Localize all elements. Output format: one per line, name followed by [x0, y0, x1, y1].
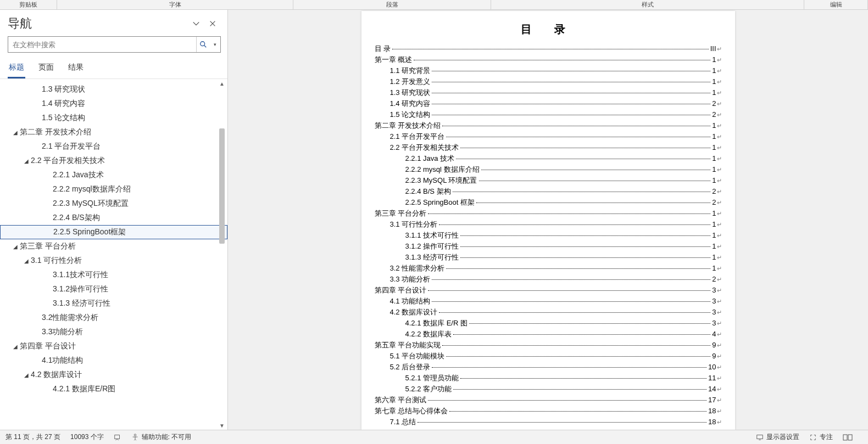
nav-tree-item[interactable]: 2.2.5 SpringBoot框架	[0, 225, 227, 239]
toc-entry-text: 2.1 平台开发平台	[390, 131, 445, 142]
toc-entry[interactable]: 5.2.1 管理员功能11↵	[375, 373, 722, 384]
toc-entry[interactable]: 2.2 平台开发相关技术1↵	[375, 142, 722, 153]
toc-entry-text: 1.2 开发意义	[390, 76, 431, 87]
toc-entry-text: 3.1.2 操作可行性	[405, 241, 459, 252]
nav-tree-item[interactable]: 3.2性能需求分析	[0, 311, 227, 325]
nav-tree-item[interactable]: 3.1.2操作可行性	[0, 282, 227, 296]
toc-entry[interactable]: 2.2.4 B/S 架构2↵	[375, 186, 722, 197]
toc-entry[interactable]: 4.1 功能结构3↵	[375, 296, 722, 307]
toc-entry[interactable]: 3.3 功能分析2↵	[375, 274, 722, 285]
nav-tab-0[interactable]: 标题	[8, 58, 25, 78]
nav-tree-item[interactable]: 1.4 研究内容	[0, 97, 227, 111]
document-area[interactable]: 目 录 目 录III↵第一章 概述1↵1.1 研究背景1↵1.2 开发意义1↵1…	[228, 10, 868, 430]
status-accessibility[interactable]: 辅助功能: 不可用	[131, 432, 192, 442]
paragraph-mark-icon: ↵	[717, 395, 722, 406]
toc-entry-page: 9	[712, 351, 716, 362]
toc-entry[interactable]: 1.3 研究现状1↵	[375, 87, 722, 98]
toc-entry[interactable]: 第二章 开发技术介绍1↵	[375, 120, 722, 131]
toc-entry[interactable]: 第六章 平台测试17↵	[375, 395, 722, 406]
nav-search-button[interactable]	[196, 37, 209, 52]
nav-tree-item[interactable]: 4.2.1 数据库E/R图	[0, 382, 227, 396]
search-icon	[199, 41, 207, 48]
toc-entry[interactable]: 2.2.5 SpringBoot 框架2↵	[375, 197, 722, 208]
status-spellcheck[interactable]	[114, 434, 121, 441]
toc-leader-dots	[460, 235, 710, 236]
toc-entry[interactable]: 目 录III↵	[375, 43, 722, 54]
status-view-buttons[interactable]	[843, 434, 853, 441]
toc-entry[interactable]: 第一章 概述1↵	[375, 54, 722, 65]
toc-entry-page: 2	[712, 186, 716, 197]
toc-entry[interactable]: 第五章 平台功能实现9↵	[375, 340, 722, 351]
nav-tree-item[interactable]: ◢第二章 开发技术介绍	[0, 125, 227, 139]
nav-search-dropdown[interactable]: ▾	[209, 37, 220, 52]
toc-entry[interactable]: 1.5 论文结构2↵	[375, 109, 722, 120]
toc-entry[interactable]: 第七章 总结与心得体会18↵	[375, 406, 722, 417]
status-page[interactable]: 第 11 页，共 27 页	[5, 432, 60, 442]
nav-tree-label: 4.2.1 数据库E/R图	[53, 384, 115, 394]
nav-tree-item[interactable]: ◢4.2 数据库设计	[0, 368, 227, 382]
status-word-count[interactable]: 10093 个字	[70, 432, 104, 442]
toc-entry[interactable]: 1.1 研究背景1↵	[375, 65, 722, 76]
toc-entry[interactable]: 4.2.1 数据库 E/R 图3↵	[375, 318, 722, 329]
toc-entry[interactable]: 4.2.2 数据库表4↵	[375, 329, 722, 340]
nav-tree-item[interactable]: 3.1.1技术可行性	[0, 268, 227, 282]
toc-entry-page: 1	[712, 263, 716, 274]
nav-tree-item[interactable]: 4.1功能结构	[0, 353, 227, 368]
scroll-thumb[interactable]	[219, 128, 225, 244]
nav-tree-item[interactable]: 1.3 研究现状	[0, 82, 227, 97]
toc-entry-text: 3.1.1 技术可行性	[405, 230, 459, 241]
nav-close-button[interactable]	[204, 15, 221, 32]
toc-entry[interactable]: 3.1.2 操作可行性1↵	[375, 241, 722, 252]
toc-entry[interactable]: 1.2 开发意义1↵	[375, 76, 722, 87]
toc-entry-page: 1	[712, 65, 716, 76]
toc-entry[interactable]: 3.1.1 技术可行性1↵	[375, 230, 722, 241]
toc-entry[interactable]: 7.1 总结18↵	[375, 417, 722, 428]
toc-entry[interactable]: 第四章 平台设计3↵	[375, 285, 722, 296]
nav-tree-item[interactable]: 2.1 平台开发平台	[0, 139, 227, 154]
nav-tab-2[interactable]: 结果	[67, 58, 85, 78]
toc-entry[interactable]: 4.2 数据库设计3↵	[375, 307, 722, 318]
nav-search-input[interactable]	[8, 37, 196, 52]
toc-leader-dots	[479, 181, 711, 181]
scroll-up-arrow[interactable]: ▲	[218, 79, 226, 88]
nav-tree-item[interactable]: ◢第四章 平台设计	[0, 339, 227, 353]
toc-entry[interactable]: 3.2 性能需求分析1↵	[375, 263, 722, 274]
paragraph-mark-icon: ↵	[717, 252, 722, 263]
nav-tree-item[interactable]: 2.2.3 MySQL环境配置	[0, 196, 227, 211]
toc-entry[interactable]: 5.2.2 客户功能14↵	[375, 384, 722, 395]
nav-tree-item[interactable]: 2.2.4 B/S架构	[0, 211, 227, 225]
nav-tree-item[interactable]: 2.2.1 Java技术	[0, 168, 227, 182]
nav-search-box[interactable]: ▾	[8, 36, 221, 53]
scroll-down-arrow[interactable]: ▼	[218, 421, 226, 430]
nav-tree-item[interactable]: 3.3功能分析	[0, 325, 227, 339]
toc-leader-dots	[432, 82, 710, 82]
toc-entry[interactable]: 第三章 平台分析1↵	[375, 208, 722, 219]
nav-tree-item[interactable]: ◢3.1 可行性分析	[0, 254, 227, 268]
nav-tree-item[interactable]: 2.2.2 mysql数据库介绍	[0, 182, 227, 196]
paragraph-mark-icon: ↵	[717, 142, 722, 153]
status-display-settings[interactable]: 显示器设置	[756, 432, 799, 442]
nav-tree-item[interactable]: 3.1.3 经济可行性	[0, 296, 227, 311]
toc-leader-dots	[432, 279, 710, 280]
toc-entry[interactable]: 2.2.3 MySQL 环境配置1↵	[375, 175, 722, 186]
toc-entry-page: 1	[712, 175, 716, 186]
status-focus-mode[interactable]: 专注	[809, 432, 833, 442]
nav-tab-1[interactable]: 页面	[37, 58, 55, 78]
toc-entry[interactable]: 3.1.3 经济可行性1↵	[375, 252, 722, 263]
toc-entry-text: 2.2.2 mysql 数据库介绍	[405, 164, 480, 175]
toc-entry[interactable]: 1.4 研究内容2↵	[375, 98, 722, 109]
toc-entry[interactable]: 5.1 平台功能模块9↵	[375, 351, 722, 362]
toc-entry[interactable]: 2.1 平台开发平台1↵	[375, 131, 722, 142]
toc-entry[interactable]: 2.2.1 Java 技术1↵	[375, 153, 722, 164]
nav-collapse-button[interactable]	[188, 15, 204, 32]
nav-scrollbar[interactable]: ▲ ▼	[218, 79, 226, 430]
toc-entry[interactable]: 3.1 可行性分析1↵	[375, 219, 722, 230]
nav-tree-label: 1.3 研究现状	[42, 85, 85, 94]
toc-entry[interactable]: 5.2 后台登录10↵	[375, 362, 722, 373]
toc-entry[interactable]: 2.2.2 mysql 数据库介绍1↵	[375, 164, 722, 175]
nav-tree-item[interactable]: ◢第三章 平台分析	[0, 239, 227, 254]
toc-leader-dots	[428, 400, 706, 401]
nav-tree-item[interactable]: ◢2.2 平台开发相关技术	[0, 154, 227, 168]
nav-tree-item[interactable]: 1.5 论文结构	[0, 111, 227, 125]
toc-leader-dots	[428, 213, 710, 214]
